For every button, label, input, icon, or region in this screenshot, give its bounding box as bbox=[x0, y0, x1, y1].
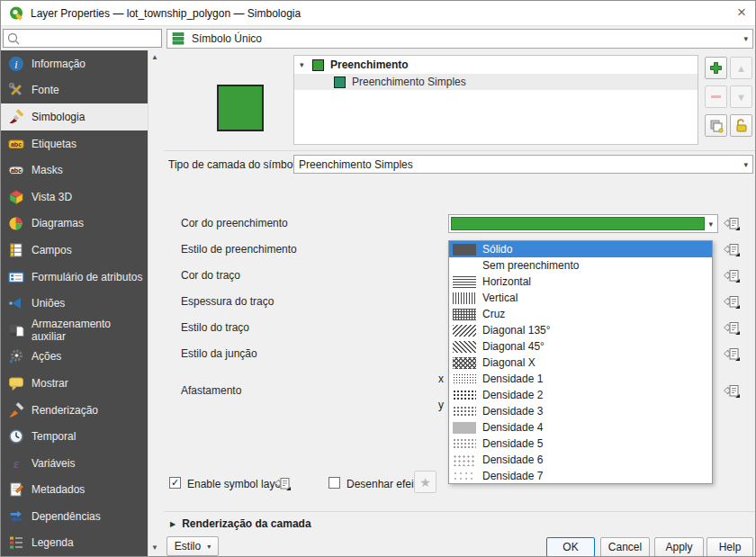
pattern-swatch-none bbox=[453, 260, 476, 272]
symbol-layer-type-combobox[interactable]: Preenchimento Simples ▾ bbox=[293, 155, 753, 174]
simple-fill-swatch bbox=[334, 76, 346, 88]
symbol-layer-tree: ▾ Preenchimento Preenchimento Simples bbox=[293, 55, 698, 145]
tree-item-fill[interactable]: ▾ Preenchimento bbox=[294, 56, 698, 74]
pattern-swatch-diagonal-x bbox=[453, 357, 476, 369]
layer-rendering-section-header[interactable]: ▶ Renderização da camada bbox=[170, 517, 311, 530]
help-button[interactable]: Help bbox=[706, 537, 753, 557]
remove-symbol-layer-button[interactable] bbox=[705, 85, 727, 108]
fill-style-option-horizontal[interactable]: Horizontal bbox=[449, 274, 712, 290]
draw-effects-star-button[interactable]: ★ bbox=[414, 471, 436, 493]
sidebar-item-temporal[interactable]: Temporal bbox=[1, 423, 148, 450]
fill-style-option-densidade-7[interactable]: Densidade 7 bbox=[449, 468, 712, 484]
data-defined-override-button[interactable] bbox=[723, 320, 741, 336]
sidebar-item-simbologia[interactable]: Simbologia bbox=[1, 103, 148, 130]
close-button[interactable]: × bbox=[737, 4, 746, 21]
fill-style-option-densidade-6[interactable]: Densidade 6 bbox=[449, 452, 712, 468]
window-title: Layer Properties — lot_township_polygon … bbox=[31, 7, 301, 20]
draw-effects-checkbox[interactable] bbox=[328, 477, 340, 489]
tree-item-simple-fill[interactable]: Preenchimento Simples bbox=[294, 74, 698, 90]
enable-symbol-layer-checkbox[interactable]: ✓ bbox=[169, 477, 181, 489]
data-defined-override-button[interactable] bbox=[723, 346, 741, 362]
sidebar-item-fonte[interactable]: Fonte bbox=[1, 77, 148, 104]
sidebar-item-formulario-de-atributos[interactable]: Formulário de atributos bbox=[1, 264, 148, 291]
data-defined-override-button[interactable] bbox=[723, 242, 741, 257]
sidebar-item-unioes[interactable]: Uniões bbox=[1, 290, 148, 317]
sidebar-item-mostrar[interactable]: Mostrar bbox=[1, 370, 148, 397]
add-symbol-layer-button[interactable] bbox=[705, 57, 727, 79]
move-down-button[interactable]: ▼ bbox=[730, 85, 752, 108]
sidebar-item-label: Uniões bbox=[32, 297, 65, 310]
sidebar-item-label: Campos bbox=[32, 244, 72, 256]
sidebar-item-label: Renderização bbox=[32, 404, 98, 417]
data-defined-override-button[interactable] bbox=[274, 476, 292, 491]
sidebar-item-informacao[interactable]: i Informação bbox=[1, 50, 148, 77]
sidebar-item-label: Temporal bbox=[32, 430, 76, 443]
fill-style-option-densidade-3[interactable]: Densidade 3 bbox=[449, 403, 712, 419]
fill-style-option-vertical[interactable]: Vertical bbox=[449, 290, 712, 306]
data-defined-override-button[interactable] bbox=[723, 383, 741, 399]
data-defined-override-button[interactable] bbox=[723, 294, 741, 310]
fill-style-option-densidade-4[interactable]: Densidade 4 bbox=[449, 419, 712, 436]
sidebar-item-diagramas[interactable]: Diagramas bbox=[1, 211, 148, 238]
symbol-layer-type-label: Tipo de camada do símbolo bbox=[168, 158, 302, 171]
renderer-value: Símbolo Único bbox=[192, 32, 262, 45]
pattern-swatch-vertical bbox=[453, 292, 476, 304]
scroll-down-arrow-icon[interactable]: ▼ bbox=[151, 544, 158, 552]
scroll-up-arrow-icon[interactable]: ▲ bbox=[151, 53, 158, 61]
pattern-swatch-diagonal-45 bbox=[453, 341, 476, 353]
sidebar-item-legenda[interactable]: Legenda bbox=[1, 530, 148, 557]
search-input[interactable] bbox=[23, 31, 161, 46]
layer-rendering-label: Renderização da camada bbox=[182, 517, 310, 530]
ok-button[interactable]: OK bbox=[546, 537, 595, 557]
divider bbox=[164, 150, 756, 151]
join-style-label: Estilo da junção bbox=[181, 347, 257, 360]
tree-expander-icon[interactable]: ▾ bbox=[300, 60, 312, 69]
fill-style-option-cruz[interactable]: Cruz bbox=[449, 306, 712, 322]
pattern-swatch-horizontal bbox=[453, 276, 476, 288]
fill-style-option-densidade-5[interactable]: Densidade 5 bbox=[449, 436, 712, 452]
sidebar-item-vista-3d[interactable]: Vista 3D bbox=[1, 184, 148, 211]
fill-style-option-diagonal-135[interactable]: Diagonal 135° bbox=[449, 322, 712, 338]
sidebar-item-renderizacao[interactable]: Renderização bbox=[1, 397, 148, 424]
metadata-icon bbox=[8, 481, 24, 498]
data-defined-override-button[interactable] bbox=[723, 268, 741, 283]
sidebar-item-label: Diagramas bbox=[32, 217, 84, 229]
lock-color-button[interactable] bbox=[730, 114, 752, 137]
fill-color-combobox[interactable]: ▾ bbox=[448, 214, 718, 233]
stroke-color-label: Cor do traço bbox=[181, 269, 240, 282]
sidebar-item-campos[interactable]: Campos bbox=[1, 237, 148, 264]
tree-item-label: Preenchimento Simples bbox=[352, 76, 466, 88]
sidebar-item-armazenamento-auxiliar[interactable]: Armazenamento auxiliar bbox=[1, 317, 148, 344]
renderer-combobox[interactable]: Símbolo Único ▾ bbox=[166, 29, 753, 49]
fill-style-option-diagonal-45[interactable]: Diagonal 45° bbox=[449, 338, 712, 355]
down-arrow-icon: ▼ bbox=[736, 92, 746, 103]
fill-style-option-densidade-1[interactable]: Densidade 1 bbox=[449, 371, 712, 387]
move-up-button[interactable]: ▲ bbox=[730, 57, 752, 79]
data-defined-override-button[interactable] bbox=[723, 216, 741, 231]
sidebar-item-etiquetas[interactable]: abc Etiquetas bbox=[1, 130, 148, 157]
fill-style-option-diagonal-x[interactable]: Diagonal X bbox=[449, 355, 712, 371]
sidebar-item-label: Formulário de atributos bbox=[32, 271, 142, 283]
sidebar-item-acoes[interactable]: Ações bbox=[1, 344, 148, 371]
fill-style-option-densidade-2[interactable]: Densidade 2 bbox=[449, 387, 712, 403]
sidebar-item-label: Mostrar bbox=[32, 377, 68, 390]
sidebar-item-variaveis[interactable]: ε Variáveis bbox=[1, 450, 148, 477]
sidebar-item-masks[interactable]: abc Masks bbox=[1, 157, 148, 184]
style-button[interactable]: Estilo ▾ bbox=[166, 536, 219, 556]
sidebar-item-dependencias[interactable]: Dependências bbox=[1, 503, 148, 530]
fill-color-label: Cor do preenchimento bbox=[181, 217, 288, 229]
3d-view-icon bbox=[8, 189, 24, 205]
duplicate-symbol-layer-button[interactable] bbox=[705, 114, 727, 137]
pattern-swatch-density-2 bbox=[453, 390, 476, 401]
sidebar-item-label: Masks bbox=[32, 164, 63, 176]
cancel-button[interactable]: Cancel bbox=[600, 537, 650, 557]
apply-button[interactable]: Apply bbox=[654, 537, 704, 557]
fill-style-option-sem-preenchimento[interactable]: Sem preenchimento bbox=[449, 257, 712, 274]
sidebar-scrollbar[interactable] bbox=[148, 50, 163, 557]
svg-text:ε: ε bbox=[14, 456, 19, 471]
stroke-width-label: Espessura do traço bbox=[181, 295, 274, 308]
fill-style-option-solido[interactable]: Sólido bbox=[449, 241, 712, 257]
sidebar-item-metadados[interactable]: Metadados bbox=[1, 477, 148, 504]
diagrams-icon bbox=[8, 215, 24, 231]
fill-style-label: Estilo de preenchimento bbox=[181, 243, 297, 256]
